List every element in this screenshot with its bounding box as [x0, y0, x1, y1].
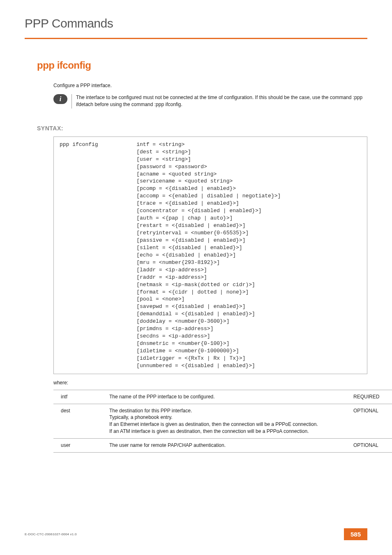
header-rule: [25, 38, 367, 39]
param-required: REQUIRED: [351, 390, 392, 404]
param-required: OPTIONAL: [351, 404, 392, 438]
param-name: dest: [53, 404, 107, 438]
intro-text: Configure a PPP interface.: [53, 83, 367, 88]
note-text: The interface to be configured must not …: [76, 94, 367, 109]
table-row: destThe destination for this PPP interfa…: [53, 404, 392, 438]
note-divider: [71, 94, 72, 109]
page-footer: E-DOC-CTC-20061027-0004 v1.0 585: [25, 528, 367, 540]
info-note: i The interface to be configured must no…: [53, 94, 367, 109]
table-row: intfThe name of the PPP interface to be …: [53, 390, 392, 404]
param-desc: The name of the PPP interface to be conf…: [107, 390, 351, 404]
param-desc: The destination for this PPP interface.T…: [107, 404, 351, 438]
table-row: userThe user name for remote PAP/CHAP au…: [53, 438, 392, 452]
syntax-box: ppp ifconfig intf = <string> [dest = <st…: [53, 136, 367, 374]
where-label: where:: [53, 380, 367, 386]
param-name: user: [53, 438, 107, 452]
page-number: 585: [344, 528, 367, 540]
param-required: OPTIONAL: [351, 438, 392, 452]
syntax-label: SYNTAX:: [37, 125, 367, 132]
chapter-title: PPP Commands: [25, 16, 367, 30]
footer-doc-id: E-DOC-CTC-20061027-0004 v1.0: [25, 532, 77, 536]
info-icon: i: [53, 94, 67, 104]
param-table: intfThe name of the PPP interface to be …: [53, 390, 392, 453]
param-desc: The user name for remote PAP/CHAP authen…: [107, 438, 351, 452]
param-name: intf: [53, 390, 107, 404]
command-title: ppp ifconfig: [37, 60, 367, 71]
